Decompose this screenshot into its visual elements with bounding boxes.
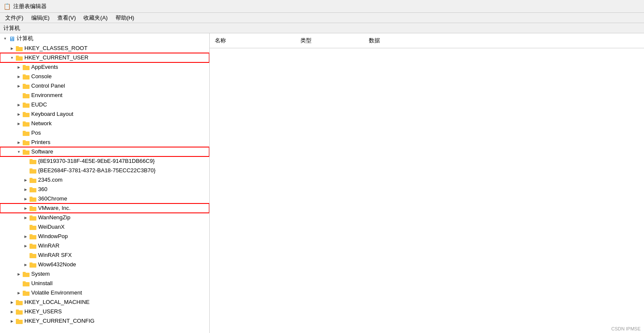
item-label: 2345.com (38, 175, 62, 185)
folder-icon (22, 130, 30, 136)
address-label: 计算机 (3, 24, 20, 32)
expand-icon (15, 73, 22, 80)
item-label: VMware, Inc. (38, 203, 71, 213)
item-label: System (31, 269, 50, 279)
svg-rect-29 (30, 178, 33, 180)
item-label: Pos (31, 128, 41, 138)
root-expand-icon (2, 35, 9, 42)
menu-favorites[interactable]: 收藏夹(A) (80, 13, 111, 23)
tree-item-keyboard-layout[interactable]: Keyboard Layout (0, 109, 209, 119)
folder-icon (29, 242, 37, 249)
item-label: Console (31, 72, 52, 81)
folder-icon (29, 186, 37, 193)
item-label: Volatile Environment (31, 288, 82, 298)
item-label: HKEY_USERS (24, 307, 62, 316)
expand-icon (9, 308, 15, 315)
svg-rect-27 (30, 168, 33, 170)
folder-icon (22, 139, 30, 146)
folder-icon (15, 308, 23, 315)
svg-rect-51 (23, 281, 26, 283)
tree-item-eudc[interactable]: EUDC (0, 100, 209, 109)
tree-item-wow6432[interactable]: Wow6432Node (0, 260, 209, 269)
item-label: 360Chrome (38, 194, 67, 203)
tree-item-control-panel[interactable]: Control Panel (0, 81, 209, 91)
menu-view[interactable]: 查看(V) (54, 13, 79, 23)
tree-item-360[interactable]: 360 (0, 185, 209, 194)
folder-icon (22, 271, 30, 277)
item-label: EUDC (31, 100, 47, 109)
tree-item-system[interactable]: System (0, 269, 209, 279)
svg-rect-25 (30, 159, 33, 161)
tree-item-hkey-current-config[interactable]: HKEY_CURRENT_CONFIG (0, 316, 209, 326)
tree-item-winrar-sfx[interactable]: WinRAR SFX (0, 250, 209, 260)
tree-item-hkey-current-user[interactable]: HKEY_CURRENT_USER (0, 53, 209, 62)
tree-item-windowpop[interactable]: WindowPop (0, 232, 209, 241)
svg-rect-37 (30, 215, 33, 217)
status-text: CSDN IPMSE (611, 326, 641, 331)
tree-item-network[interactable]: Network (0, 119, 209, 128)
tree-item-hkey-users[interactable]: HKEY_USERS (0, 307, 209, 316)
tree-panel: 🖥 计算机 HKEY_CLASSES_ROOT HKEY_CURRENT_USE… (0, 33, 210, 333)
tree-scroll[interactable]: 🖥 计算机 HKEY_CLASSES_ROOT HKEY_CURRENT_USE… (0, 33, 209, 333)
expand-icon (9, 318, 15, 324)
expand-icon (15, 289, 22, 296)
tree-item-hkey-local-machine[interactable]: HKEY_LOCAL_MACHINE (0, 298, 209, 307)
expand-icon (15, 139, 22, 146)
tree-item-volatile[interactable]: Volatile Environment (0, 288, 209, 298)
computer-icon: 🖥 (9, 35, 15, 42)
tree-item-360chrome[interactable]: 360Chrome (0, 194, 209, 203)
item-label: WeiDuanX (38, 222, 65, 232)
svg-rect-47 (30, 262, 33, 264)
svg-rect-55 (16, 300, 19, 302)
tree-item-environment[interactable]: Environment (0, 91, 209, 100)
tree-item-software[interactable]: Software (0, 147, 209, 156)
tree-item-weiduanx[interactable]: WeiDuanX (0, 222, 209, 232)
tree-item-winrar[interactable]: WinRAR (0, 241, 209, 250)
right-panel-header: 名称 类型 数据 (210, 33, 644, 48)
expand-icon (15, 83, 22, 89)
col-header-name: 名称 (210, 35, 295, 46)
tree-item-guid1[interactable]: {8E919370-318F-4E5E-9EbE-9147B1DB66C9} (0, 156, 209, 166)
tree-item-guid2[interactable]: {BEE2684F-3781-4372-BA18-75ECC22C3B70} (0, 166, 209, 175)
svg-rect-21 (23, 140, 26, 142)
tree-item-pos[interactable]: Pos (0, 128, 209, 138)
app-title: 注册表编辑器 (13, 3, 47, 10)
tree-item-wannengzip[interactable]: WanNengZip (0, 213, 209, 222)
item-label: Uninstall (31, 279, 53, 288)
svg-rect-41 (30, 234, 33, 236)
tree-item-console[interactable]: Console (0, 72, 209, 81)
folder-icon (15, 54, 23, 61)
svg-rect-5 (23, 65, 26, 67)
col-header-type: 类型 (295, 35, 364, 46)
tree-item-appevents[interactable]: AppEvents (0, 62, 209, 72)
menu-file[interactable]: 文件(F) (2, 13, 27, 23)
folder-icon (29, 195, 37, 202)
tree-root[interactable]: 🖥 计算机 (0, 33, 209, 44)
svg-rect-39 (30, 225, 33, 227)
item-label: {8E919370-318F-4E5E-9EbE-9147B1DB66C9} (38, 156, 154, 166)
menu-help[interactable]: 帮助(H) (112, 13, 138, 23)
svg-rect-49 (23, 272, 26, 274)
expand-icon (15, 111, 22, 118)
tree-item-uninstall[interactable]: Uninstall (0, 279, 209, 288)
svg-rect-59 (16, 319, 19, 321)
tree-item-hkey-classes-root[interactable]: HKEY_CLASSES_ROOT (0, 44, 209, 53)
item-label: HKEY_CURRENT_CONFIG (24, 316, 95, 326)
svg-rect-9 (23, 84, 26, 85)
item-label: HKEY_CURRENT_USER (24, 53, 89, 62)
expand-icon (15, 120, 22, 127)
folder-icon (22, 148, 30, 155)
tree-item-2345com[interactable]: 2345.com (0, 175, 209, 185)
item-label: HKEY_CLASSES_ROOT (24, 44, 87, 53)
item-label: WanNengZip (38, 213, 70, 222)
item-label: Control Panel (31, 81, 65, 91)
item-label: Software (31, 147, 53, 156)
tree-item-printers[interactable]: Printers (0, 138, 209, 147)
tree-item-vmware[interactable]: VMware, Inc. (0, 203, 209, 213)
folder-icon (29, 167, 37, 174)
folder-icon (22, 101, 30, 108)
svg-rect-7 (23, 74, 26, 76)
item-label: 360 (38, 185, 47, 194)
menu-edit[interactable]: 编辑(E) (28, 13, 53, 23)
svg-rect-1 (16, 46, 19, 48)
